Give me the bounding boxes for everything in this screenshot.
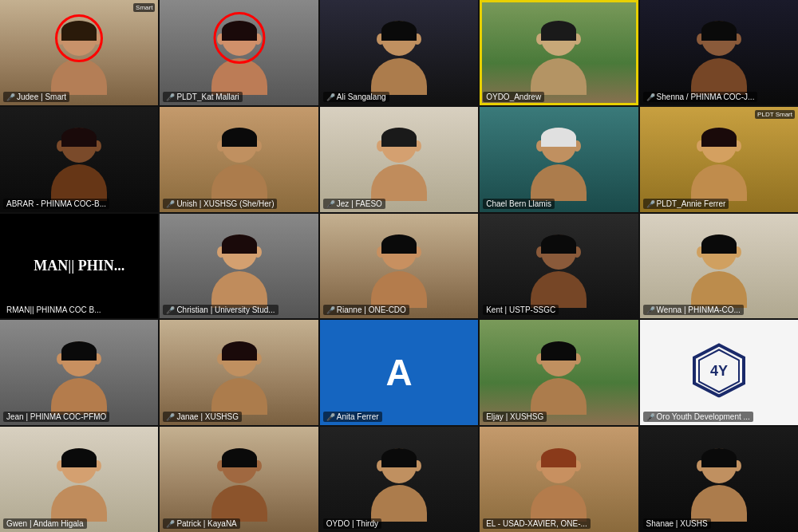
participant-name-label: 🎤Shenna / PHINMA COC-J... (643, 92, 758, 102)
participant-name-label: Jean | PHINMA COC-PFMO (3, 412, 109, 422)
participant-cell-23[interactable]: OYDO | Thirdy (320, 427, 478, 532)
participant-name-label: ABRAR - PHINMA COC-B... (3, 199, 109, 209)
participant-cell-18[interactable]: A🎤Anita Ferrer (320, 320, 478, 425)
participant-name-label: Chael Bern Llamis (483, 199, 555, 209)
participant-cell-17[interactable]: 🎤Janae | XUSHSG (160, 320, 318, 425)
participant-cell-14[interactable]: Kent | USTP-SSGC (480, 214, 638, 319)
mic-muted-icon: 🎤 (326, 93, 335, 101)
mic-muted-icon: 🎤 (326, 200, 335, 208)
participant-name-label: 🎤Unish | XUSHSG (She/Her) (163, 199, 277, 209)
mic-muted-icon: 🎤 (326, 413, 335, 421)
participant-name-label: 🎤Patrick | KayaNA (163, 518, 239, 529)
participant-cell-10[interactable]: PLDT Smart🎤PLDT_Annie Ferrer (640, 107, 798, 212)
participant-name-label: 🎤Jez | FAESO (323, 199, 385, 209)
participant-name-label: OYDO | Thirdy (323, 518, 381, 529)
participant-name-label: 🎤PLDT_Kat Mallari (163, 92, 242, 102)
participant-cell-19[interactable]: Eljay | XUSHSG (480, 320, 638, 425)
mic-muted-icon: 🎤 (6, 93, 15, 101)
participant-cell-15[interactable]: 🎤Wenna | PHINMA-CO... (640, 214, 798, 319)
participant-cell-21[interactable]: Gwen | Andam Higala (0, 427, 158, 532)
mic-muted-icon: 🎤 (646, 200, 655, 208)
participant-cell-9[interactable]: Chael Bern Llamis (480, 107, 638, 212)
participant-cell-12[interactable]: 🎤Christian | University Stud... (160, 214, 318, 319)
participant-cell-3[interactable]: 🎤Ali Sangalang (320, 0, 478, 105)
participant-name-label: Gwen | Andam Higala (3, 518, 87, 529)
participant-name-label: 🎤Judee | Smart (3, 92, 69, 102)
participant-cell-8[interactable]: 🎤Jez | FAESO (320, 107, 478, 212)
participant-cell-25[interactable]: Shanae | XUSHS (640, 427, 798, 532)
mic-muted-icon: 🎤 (166, 200, 175, 208)
mic-muted-icon: 🎤 (166, 413, 175, 421)
mic-muted-icon: 🎤 (166, 306, 175, 314)
participant-cell-16[interactable]: Jean | PHINMA COC-PFMO (0, 320, 158, 425)
participant-name-label: Kent | USTP-SSGC (483, 305, 559, 315)
mic-muted-icon: 🎤 (646, 93, 655, 101)
participant-cell-7[interactable]: 🎤Unish | XUSHSG (She/Her) (160, 107, 318, 212)
mic-muted-icon: 🎤 (166, 93, 175, 101)
participant-name-label: 🎤Rianne | ONE-CDO (323, 305, 409, 315)
mic-muted-icon: 🎤 (166, 520, 175, 528)
participant-name-label: 🎤Christian | University Stud... (163, 305, 278, 315)
participant-name-label: OYDO_Andrew (483, 92, 544, 102)
mic-muted-icon: 🎤 (646, 413, 655, 421)
participant-name-label: 🎤Wenna | PHINMA-CO... (643, 305, 744, 315)
participant-name-label: EL - USAD-XAVIER, ONE-... (483, 518, 591, 529)
participant-cell-6[interactable]: ABRAR - PHINMA COC-B... (0, 107, 158, 212)
participant-name-label: 🎤PLDT_Annie Ferrer (643, 199, 729, 209)
mic-muted-icon: 🎤 (326, 306, 335, 314)
svg-text:4Y: 4Y (710, 363, 728, 379)
participant-cell-20[interactable]: 4Y 🎤Oro Youth Development ... (640, 320, 798, 425)
participant-name-label: Shanae | XUSHS (643, 518, 711, 529)
participant-name-label: 🎤Anita Ferrer (323, 412, 382, 422)
participant-cell-11[interactable]: MAN|| PHIN...RMAN|| PHINMA COC B... (0, 214, 158, 319)
badge-icon: Smart (133, 3, 155, 12)
participant-cell-1[interactable]: Smart🎤Judee | Smart (0, 0, 158, 105)
participant-name-label: Eljay | XUSHSG (483, 412, 547, 422)
mic-muted-icon: 🎤 (646, 306, 655, 314)
participant-cell-4[interactable]: OYDO_Andrew (480, 0, 638, 105)
participant-name-label: 🎤Janae | XUSHSG (163, 412, 242, 422)
participant-cell-13[interactable]: 🎤Rianne | ONE-CDO (320, 214, 478, 319)
participant-cell-2[interactable]: 🎤PLDT_Kat Mallari (160, 0, 318, 105)
video-grid: Smart🎤Judee | Smart🎤PLDT_Kat Mallari🎤Ali… (0, 0, 798, 532)
participant-name-label: RMAN|| PHINMA COC B... (3, 305, 105, 315)
participant-name-label: 🎤Oro Youth Development ... (643, 412, 753, 422)
participant-cell-5[interactable]: 🎤Shenna / PHINMA COC-J... (640, 0, 798, 105)
participant-cell-24[interactable]: EL - USAD-XAVIER, ONE-... (480, 427, 638, 532)
badge-icon: PLDT Smart (755, 110, 795, 119)
participant-cell-22[interactable]: 🎤Patrick | KayaNA (160, 427, 318, 532)
participant-name-label: 🎤Ali Sangalang (323, 92, 389, 102)
